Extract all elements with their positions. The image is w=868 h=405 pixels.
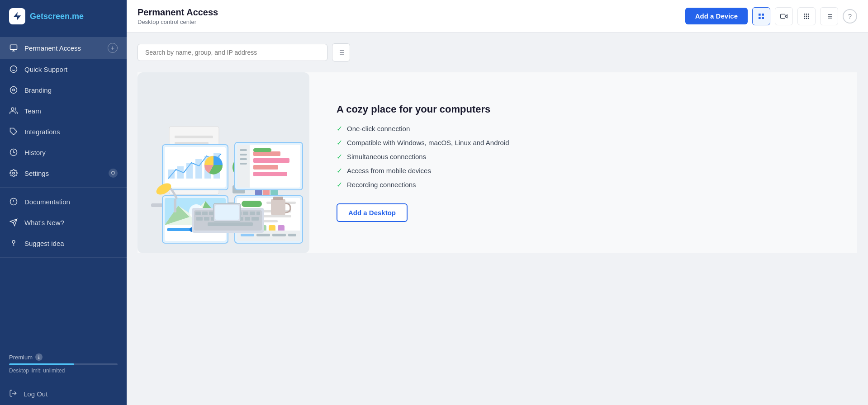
logout-button[interactable]: Log Out <box>0 383 127 405</box>
svg-rect-111 <box>241 234 254 236</box>
svg-rect-75 <box>237 145 250 188</box>
add-desktop-button[interactable]: Add a Desktop <box>337 203 408 222</box>
svg-rect-32 <box>808 15 809 17</box>
svg-rect-50 <box>175 136 213 138</box>
svg-point-8 <box>11 108 14 110</box>
svg-rect-68 <box>186 163 193 179</box>
logo-icon <box>9 8 25 24</box>
app-logo[interactable]: Getscreen.me <box>0 0 127 33</box>
filter-button[interactable] <box>332 43 350 61</box>
sidebar: Getscreen.me Permanent Access + Quick Su… <box>0 0 127 405</box>
monitor-icon <box>9 43 18 52</box>
camera-view-button[interactable] <box>775 7 793 25</box>
svg-rect-31 <box>806 15 807 17</box>
svg-rect-135 <box>251 217 259 221</box>
list-view-button[interactable] <box>820 7 838 25</box>
feature-item-1: ✓ One-click connection <box>337 124 857 133</box>
header-actions: Add a Device ? <box>685 7 857 25</box>
svg-rect-23 <box>759 17 761 19</box>
empty-state: A cozy place for your computers ✓ One-cl… <box>138 72 857 253</box>
svg-rect-34 <box>806 18 807 19</box>
svg-rect-94 <box>167 228 192 231</box>
svg-rect-66 <box>168 170 175 179</box>
clock-icon <box>9 148 18 157</box>
empty-state-title: A cozy place for your computers <box>337 104 857 115</box>
svg-rect-83 <box>253 172 287 176</box>
headset-icon <box>9 65 18 74</box>
svg-rect-26 <box>781 14 785 18</box>
tiles-view-button[interactable] <box>797 7 816 25</box>
svg-rect-22 <box>762 14 764 16</box>
svg-rect-77 <box>240 154 247 155</box>
svg-rect-118 <box>202 212 208 215</box>
svg-rect-125 <box>250 212 255 215</box>
svg-rect-117 <box>195 212 201 215</box>
feature-item-2: ✓ Compatible with Windows, macOS, Linux … <box>337 138 857 147</box>
search-input[interactable] <box>138 44 327 61</box>
sidebar-item-label: History <box>24 149 46 156</box>
sidebar-item-team[interactable]: Team <box>0 100 127 121</box>
svg-rect-27 <box>804 14 805 15</box>
svg-marker-25 <box>785 14 787 18</box>
svg-rect-136 <box>208 222 253 226</box>
svg-rect-67 <box>177 166 184 179</box>
svg-rect-128 <box>204 217 209 221</box>
logout-icon <box>9 389 17 399</box>
page-title: Permanent Access <box>138 7 218 18</box>
svg-rect-142 <box>273 197 283 200</box>
sidebar-item-whats-new[interactable]: What's New? <box>0 212 127 233</box>
sidebar-item-label: Settings <box>24 170 49 177</box>
help-button[interactable]: ? <box>843 9 857 24</box>
premium-progress-fill <box>9 363 74 365</box>
page-header: Permanent Access Desktop control center … <box>127 0 868 33</box>
sidebar-item-label: Documentation <box>24 198 70 206</box>
sidebar-item-label: What's New? <box>24 219 64 226</box>
sidebar-item-documentation[interactable]: Documentation <box>0 191 127 212</box>
nav-divider <box>0 187 127 188</box>
feature-item-5: ✓ Recording connections <box>337 180 857 189</box>
sidebar-item-permanent-access[interactable]: Permanent Access + <box>0 37 127 59</box>
svg-rect-137 <box>174 199 176 212</box>
feature-text-2: Compatible with Windows, macOS, Linux an… <box>347 139 509 146</box>
content-area: A cozy place for your computers ✓ One-cl… <box>127 33 868 405</box>
check-icon-2: ✓ <box>337 138 342 147</box>
svg-rect-134 <box>245 217 250 221</box>
sidebar-item-quick-support[interactable]: Quick Support <box>0 59 127 80</box>
sidebar-item-integrations[interactable]: Integrations <box>0 121 127 142</box>
grid-view-button[interactable] <box>752 7 770 25</box>
sidebar-item-label: Integrations <box>24 128 60 136</box>
premium-info-icon: ℹ <box>35 353 43 361</box>
sidebar-item-label: Team <box>24 107 41 115</box>
svg-rect-28 <box>806 14 807 15</box>
sidebar-item-branding[interactable]: Branding <box>0 80 127 100</box>
svg-rect-35 <box>808 18 809 19</box>
puzzle-icon <box>9 127 18 136</box>
sidebar-item-suggest-idea[interactable]: Suggest idea <box>0 233 127 254</box>
check-icon-1: ✓ <box>337 124 342 133</box>
svg-rect-140 <box>215 205 239 220</box>
sidebar-item-settings[interactable]: Settings <box>0 163 127 184</box>
feature-text-4: Access from mobile devices <box>347 167 431 174</box>
bulb-icon <box>9 239 18 248</box>
svg-rect-78 <box>240 158 247 160</box>
svg-rect-79 <box>240 163 247 165</box>
book-icon <box>9 197 18 206</box>
check-icon-4: ✓ <box>337 166 342 175</box>
premium-label: Premium ℹ <box>9 353 118 361</box>
add-device-button[interactable]: Add a Device <box>685 8 748 24</box>
svg-rect-21 <box>759 14 761 16</box>
sidebar-item-history[interactable]: History <box>0 142 127 163</box>
settings-badge <box>109 169 118 178</box>
add-device-sidebar-btn[interactable]: + <box>108 43 118 53</box>
sidebar-bottom: Premium ℹ Desktop limit: unlimited <box>0 346 127 383</box>
users-icon <box>9 106 18 115</box>
feature-list: ✓ One-click connection ✓ Compatible with… <box>337 124 857 189</box>
sidebar-item-label: Quick Support <box>24 66 67 73</box>
svg-point-17 <box>12 240 15 243</box>
search-input-wrap <box>138 44 327 61</box>
svg-rect-114 <box>288 234 296 236</box>
feature-text-1: One-click connection <box>347 125 410 132</box>
svg-rect-98 <box>242 201 262 207</box>
svg-point-6 <box>10 87 17 94</box>
premium-progress-bar <box>9 363 118 365</box>
